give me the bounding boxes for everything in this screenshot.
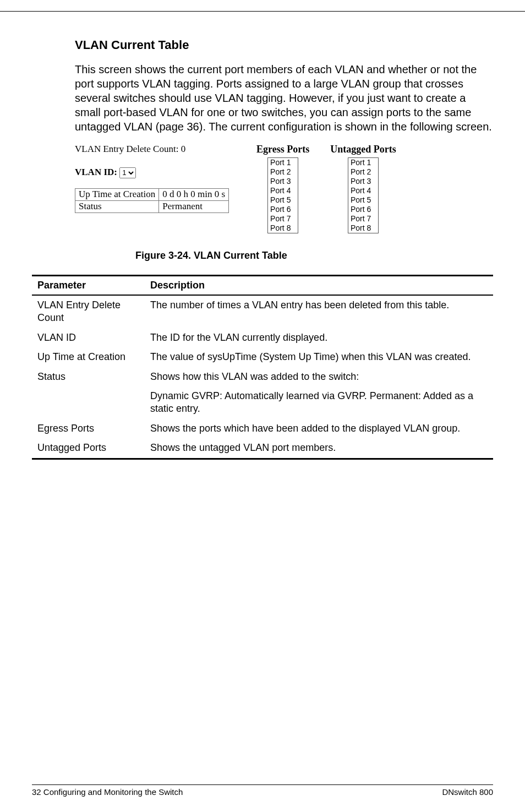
param-cell: VLAN Entry Delete Count	[32, 295, 145, 328]
list-item[interactable]: Port 4	[268, 186, 298, 195]
table-row: Egress Ports Shows the ports which have …	[32, 419, 493, 438]
vlan-id-label: VLAN ID:	[75, 167, 117, 177]
list-item[interactable]: Port 6	[348, 205, 378, 214]
egress-ports-header: Egress Ports	[256, 144, 309, 155]
list-item[interactable]: Port 2	[268, 167, 298, 177]
desc-cell: Shows the ports which have been added to…	[145, 419, 493, 438]
list-item[interactable]: Port 8	[348, 224, 378, 233]
status-value-cell: Permanent	[159, 200, 229, 212]
table-row: VLAN Entry Delete Count The number of ti…	[32, 295, 493, 328]
list-item[interactable]: Port 4	[348, 186, 378, 195]
desc-cell: Dynamic GVRP: Automatically learned via …	[145, 386, 493, 419]
creation-status-table: Up Time at Creation 0 d 0 h 0 min 0 s St…	[75, 188, 229, 213]
untagged-ports-header: Untagged Ports	[330, 144, 396, 155]
param-cell: Egress Ports	[32, 419, 145, 438]
uptime-label-cell: Up Time at Creation	[75, 188, 159, 200]
parameter-table: Parameter Description VLAN Entry Delete …	[32, 275, 493, 460]
vlan-id-select[interactable]: 1	[119, 167, 136, 178]
untagged-ports-listbox[interactable]: Port 1 Port 2 Port 3 Port 4 Port 5 Port …	[348, 157, 379, 233]
desc-cell: Shows the untagged VLAN port members.	[145, 438, 493, 459]
footer-left: 32 Configuring and Monitoring the Switch	[32, 787, 183, 797]
list-item[interactable]: Port 8	[268, 224, 298, 233]
param-cell: Up Time at Creation	[32, 347, 145, 367]
param-cell: VLAN ID	[32, 328, 145, 347]
status-label-cell: Status	[75, 200, 159, 212]
list-item[interactable]: Port 3	[268, 177, 298, 186]
desc-cell: Shows how this VLAN was added to the swi…	[145, 367, 493, 386]
desc-cell: The value of sysUpTime (System Up Time) …	[145, 347, 493, 367]
figure-caption: Figure 3-24. VLAN Current Table	[135, 250, 493, 261]
table-row: Up Time at Creation The value of sysUpTi…	[32, 347, 493, 367]
list-item[interactable]: Port 1	[348, 158, 378, 167]
uptime-value-cell: 0 d 0 h 0 min 0 s	[159, 188, 229, 200]
list-item[interactable]: Port 3	[348, 177, 378, 186]
list-item[interactable]: Port 1	[268, 158, 298, 167]
list-item[interactable]: Port 7	[348, 214, 378, 224]
list-item[interactable]: Port 7	[268, 214, 298, 224]
list-item[interactable]: Port 2	[348, 167, 378, 177]
table-header-parameter: Parameter	[32, 276, 145, 296]
desc-cell: The ID for the VLAN currently displayed.	[145, 328, 493, 347]
list-item[interactable]: Port 6	[268, 205, 298, 214]
table-row: VLAN ID The ID for the VLAN currently di…	[32, 328, 493, 347]
list-item[interactable]: Port 5	[268, 195, 298, 205]
param-cell: Untagged Ports	[32, 438, 145, 459]
param-cell	[32, 386, 145, 419]
section-title: VLAN Current Table	[75, 38, 493, 52]
desc-cell: The number of times a VLAN entry has bee…	[145, 295, 493, 328]
table-row: Status Shows how this VLAN was added to …	[32, 367, 493, 386]
list-item[interactable]: Port 5	[348, 195, 378, 205]
vlan-entry-delete-count-label: VLAN Entry Delete Count: 0	[75, 144, 256, 155]
table-row: Dynamic GVRP: Automatically learned via …	[32, 386, 493, 419]
param-cell: Status	[32, 367, 145, 386]
table-header-description: Description	[145, 276, 493, 296]
table-row: Untagged Ports Shows the untagged VLAN p…	[32, 438, 493, 459]
egress-ports-listbox[interactable]: Port 1 Port 2 Port 3 Port 4 Port 5 Port …	[267, 157, 298, 233]
page-footer: 32 Configuring and Monitoring the Switch…	[32, 784, 493, 797]
footer-right: DNswitch 800	[442, 787, 493, 797]
figure-vlan-current: VLAN Entry Delete Count: 0 VLAN ID: 1 Up…	[75, 144, 493, 233]
intro-paragraph: This screen shows the current port membe…	[75, 62, 493, 134]
